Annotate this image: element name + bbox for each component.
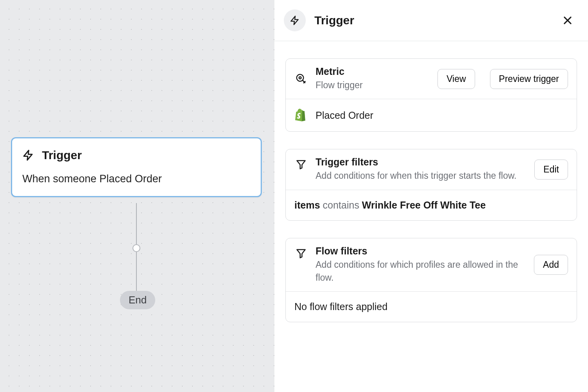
metric-card: Metric Flow trigger View Preview trigger [285,58,577,132]
lightning-icon [284,9,306,31]
close-button[interactable] [560,13,575,28]
lightning-icon [22,148,34,163]
trigger-filters-title: Trigger filters [316,156,526,168]
metric-source-name: Placed Order [316,110,373,121]
svg-point-5 [299,77,301,79]
trigger-filters-subtitle: Add conditions for when this trigger sta… [316,169,526,182]
svg-marker-1 [291,16,298,25]
svg-marker-0 [24,151,32,160]
view-button[interactable]: View [437,69,475,89]
svg-marker-6 [297,161,305,169]
preview-trigger-button[interactable]: Preview trigger [490,69,568,89]
flow-filters-card: Flow filters Add conditions for which pr… [285,238,577,323]
svg-marker-7 [297,249,305,258]
shopify-icon [294,109,308,122]
edit-trigger-filters-button[interactable]: Edit [534,160,568,180]
metric-subtitle: Flow trigger [316,79,430,92]
metric-source-row[interactable]: Placed Order [286,99,577,131]
flow-filters-subtitle: Add conditions for which profiles are al… [316,258,526,285]
add-flow-filter-button[interactable]: Add [534,255,568,275]
end-node[interactable]: End [120,291,155,309]
trigger-filters-card: Trigger filters Add conditions for when … [285,149,577,220]
condition-operator: contains [323,200,359,211]
trigger-node-description: When someone Placed Order [22,173,250,185]
condition-field: items [294,200,320,211]
trigger-panel: Trigger [274,0,588,392]
filter-icon [294,248,308,259]
metric-title: Metric [316,66,430,77]
trigger-node-title: Trigger [42,149,82,162]
metric-icon [294,73,308,85]
connector-dot[interactable] [132,244,140,252]
filter-icon [294,159,308,170]
flow-filters-empty-row: No flow filters applied [286,291,577,322]
trigger-node[interactable]: Trigger When someone Placed Order [11,137,262,197]
panel-header: Trigger [274,0,588,41]
close-icon [562,15,573,26]
flow-canvas[interactable]: Trigger When someone Placed Order End [0,0,274,392]
trigger-filter-condition[interactable]: items contains Wrinkle Free Off White Te… [286,190,577,220]
panel-title: Trigger [314,14,551,27]
flow-filters-empty-text: No flow filters applied [294,301,388,312]
condition-value: Wrinkle Free Off White Tee [362,200,486,211]
flow-filters-title: Flow filters [316,245,526,257]
